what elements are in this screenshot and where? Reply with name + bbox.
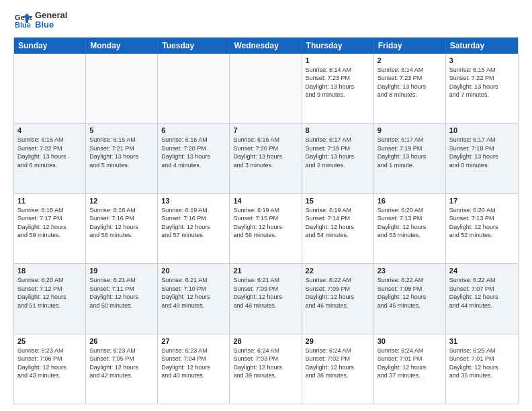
day-cell	[158, 54, 230, 123]
day-number: 26	[89, 337, 154, 345]
day-number: 5	[89, 126, 154, 134]
day-header-sunday: Sunday	[14, 38, 86, 54]
day-info: Sunrise: 6:23 AM Sunset: 7:05 PM Dayligh…	[89, 347, 154, 380]
svg-text:Blue: Blue	[15, 21, 31, 29]
day-cell: 9Sunrise: 6:17 AM Sunset: 7:19 PM Daylig…	[374, 124, 446, 193]
day-cell: 4Sunrise: 6:15 AM Sunset: 7:22 PM Daylig…	[14, 124, 86, 193]
day-cell	[86, 54, 158, 123]
logo: General Blue General Blue	[13, 11, 67, 30]
day-info: Sunrise: 6:15 AM Sunset: 7:22 PM Dayligh…	[449, 66, 515, 99]
day-info: Sunrise: 6:25 AM Sunset: 7:01 PM Dayligh…	[449, 347, 515, 380]
day-number: 23	[378, 267, 442, 275]
day-header-saturday: Saturday	[446, 38, 518, 54]
day-header-wednesday: Wednesday	[230, 38, 302, 54]
day-cell: 15Sunrise: 6:19 AM Sunset: 7:14 PM Dayli…	[302, 194, 374, 263]
day-info: Sunrise: 6:22 AM Sunset: 7:08 PM Dayligh…	[378, 276, 442, 310]
day-number: 17	[449, 197, 515, 205]
day-info: Sunrise: 6:23 AM Sunset: 7:04 PM Dayligh…	[161, 347, 226, 380]
day-cell: 5Sunrise: 6:15 AM Sunset: 7:21 PM Daylig…	[86, 124, 158, 193]
day-cell: 10Sunrise: 6:17 AM Sunset: 7:18 PM Dayli…	[446, 124, 518, 193]
day-number: 16	[378, 197, 442, 205]
weeks-container: 1Sunrise: 6:14 AM Sunset: 7:23 PM Daylig…	[14, 54, 518, 404]
day-number: 12	[89, 197, 154, 205]
day-info: Sunrise: 6:17 AM Sunset: 7:19 PM Dayligh…	[378, 136, 442, 169]
day-cell	[14, 54, 86, 123]
day-number: 11	[17, 197, 82, 205]
week-row-5: 25Sunrise: 6:23 AM Sunset: 7:06 PM Dayli…	[14, 334, 518, 404]
day-cell: 16Sunrise: 6:20 AM Sunset: 7:13 PM Dayli…	[374, 194, 446, 263]
day-cell: 23Sunrise: 6:22 AM Sunset: 7:08 PM Dayli…	[374, 264, 446, 333]
day-info: Sunrise: 6:21 AM Sunset: 7:11 PM Dayligh…	[89, 276, 154, 310]
day-info: Sunrise: 6:17 AM Sunset: 7:18 PM Dayligh…	[449, 136, 515, 169]
day-info: Sunrise: 6:21 AM Sunset: 7:09 PM Dayligh…	[233, 276, 298, 310]
day-info: Sunrise: 6:24 AM Sunset: 7:01 PM Dayligh…	[378, 347, 442, 380]
day-info: Sunrise: 6:14 AM Sunset: 7:23 PM Dayligh…	[378, 66, 442, 99]
day-info: Sunrise: 6:20 AM Sunset: 7:13 PM Dayligh…	[378, 206, 442, 240]
day-number: 27	[161, 337, 226, 345]
day-info: Sunrise: 6:18 AM Sunset: 7:16 PM Dayligh…	[89, 206, 154, 240]
day-number: 8	[306, 126, 370, 134]
day-info: Sunrise: 6:20 AM Sunset: 7:13 PM Dayligh…	[449, 206, 515, 240]
day-number: 2	[378, 56, 442, 64]
day-info: Sunrise: 6:19 AM Sunset: 7:15 PM Dayligh…	[233, 206, 298, 240]
day-info: Sunrise: 6:23 AM Sunset: 7:06 PM Dayligh…	[17, 347, 82, 380]
day-cell: 19Sunrise: 6:21 AM Sunset: 7:11 PM Dayli…	[86, 264, 158, 333]
day-number: 10	[449, 126, 515, 134]
week-row-1: 1Sunrise: 6:14 AM Sunset: 7:23 PM Daylig…	[14, 54, 518, 123]
day-number: 29	[306, 337, 370, 345]
day-cell: 30Sunrise: 6:24 AM Sunset: 7:01 PM Dayli…	[374, 334, 446, 404]
day-number: 21	[233, 267, 298, 275]
day-info: Sunrise: 6:24 AM Sunset: 7:02 PM Dayligh…	[306, 347, 370, 380]
day-info: Sunrise: 6:24 AM Sunset: 7:03 PM Dayligh…	[233, 347, 298, 380]
day-info: Sunrise: 6:20 AM Sunset: 7:12 PM Dayligh…	[17, 276, 82, 310]
day-info: Sunrise: 6:22 AM Sunset: 7:09 PM Dayligh…	[306, 276, 370, 310]
day-number: 31	[449, 337, 515, 345]
day-number: 13	[161, 197, 226, 205]
day-cell: 13Sunrise: 6:19 AM Sunset: 7:16 PM Dayli…	[158, 194, 230, 263]
day-headers: SundayMondayTuesdayWednesdayThursdayFrid…	[14, 38, 518, 54]
day-number: 28	[233, 337, 298, 345]
logo-icon: General Blue	[13, 11, 32, 30]
day-cell: 7Sunrise: 6:16 AM Sunset: 7:20 PM Daylig…	[230, 124, 302, 193]
day-number: 1	[306, 56, 370, 64]
week-row-2: 4Sunrise: 6:15 AM Sunset: 7:22 PM Daylig…	[14, 123, 518, 193]
day-header-tuesday: Tuesday	[158, 38, 230, 54]
day-number: 7	[233, 126, 298, 134]
day-cell: 31Sunrise: 6:25 AM Sunset: 7:01 PM Dayli…	[446, 334, 518, 404]
day-cell: 26Sunrise: 6:23 AM Sunset: 7:05 PM Dayli…	[86, 334, 158, 404]
day-cell	[230, 54, 302, 123]
day-number: 30	[378, 337, 442, 345]
day-header-thursday: Thursday	[302, 38, 374, 54]
day-number: 15	[306, 197, 370, 205]
logo-text: General Blue	[35, 11, 67, 30]
day-header-friday: Friday	[374, 38, 446, 54]
day-cell: 29Sunrise: 6:24 AM Sunset: 7:02 PM Dayli…	[302, 334, 374, 404]
day-number: 6	[161, 126, 226, 134]
day-cell: 21Sunrise: 6:21 AM Sunset: 7:09 PM Dayli…	[230, 264, 302, 333]
day-cell: 24Sunrise: 6:22 AM Sunset: 7:07 PM Dayli…	[446, 264, 518, 333]
calendar: SundayMondayTuesdayWednesdayThursdayFrid…	[13, 37, 519, 404]
day-cell: 28Sunrise: 6:24 AM Sunset: 7:03 PM Dayli…	[230, 334, 302, 404]
day-number: 4	[17, 126, 82, 134]
day-cell: 27Sunrise: 6:23 AM Sunset: 7:04 PM Dayli…	[158, 334, 230, 404]
day-number: 14	[233, 197, 298, 205]
day-info: Sunrise: 6:19 AM Sunset: 7:16 PM Dayligh…	[161, 206, 226, 240]
day-number: 25	[17, 337, 82, 345]
day-cell: 14Sunrise: 6:19 AM Sunset: 7:15 PM Dayli…	[230, 194, 302, 263]
week-row-3: 11Sunrise: 6:18 AM Sunset: 7:17 PM Dayli…	[14, 193, 518, 263]
day-number: 18	[17, 267, 82, 275]
day-info: Sunrise: 6:18 AM Sunset: 7:17 PM Dayligh…	[17, 206, 82, 240]
day-info: Sunrise: 6:15 AM Sunset: 7:22 PM Dayligh…	[17, 136, 82, 169]
day-cell: 6Sunrise: 6:16 AM Sunset: 7:20 PM Daylig…	[158, 124, 230, 193]
day-info: Sunrise: 6:15 AM Sunset: 7:21 PM Dayligh…	[89, 136, 154, 169]
day-number: 20	[161, 267, 226, 275]
day-number: 22	[306, 267, 370, 275]
day-cell: 18Sunrise: 6:20 AM Sunset: 7:12 PM Dayli…	[14, 264, 86, 333]
day-number: 3	[449, 56, 515, 64]
day-cell: 12Sunrise: 6:18 AM Sunset: 7:16 PM Dayli…	[86, 194, 158, 263]
day-number: 9	[378, 126, 442, 134]
day-info: Sunrise: 6:19 AM Sunset: 7:14 PM Dayligh…	[306, 206, 370, 240]
page-header: General Blue General Blue	[13, 11, 519, 30]
day-number: 24	[449, 267, 515, 275]
day-cell: 11Sunrise: 6:18 AM Sunset: 7:17 PM Dayli…	[14, 194, 86, 263]
